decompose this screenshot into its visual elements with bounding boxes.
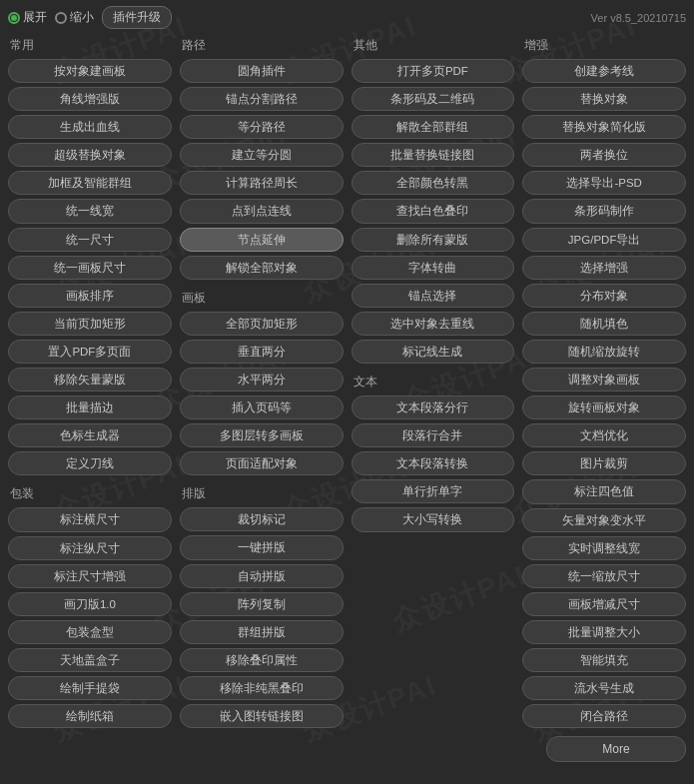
btn-定义刀线[interactable]: 定义刀线: [8, 451, 172, 475]
btn-实时调整线宽[interactable]: 实时调整线宽: [522, 536, 686, 560]
btn-打开多页PDF[interactable]: 打开多页PDF: [351, 59, 515, 83]
btn-JPG/PDF导出[interactable]: JPG/PDF导出: [522, 228, 686, 252]
btn-统一缩放尺寸[interactable]: 统一缩放尺寸: [522, 564, 686, 588]
btn-字体转曲[interactable]: 字体转曲: [351, 256, 515, 280]
btn-垂直两分[interactable]: 垂直两分: [180, 340, 344, 364]
btn-阵列复制[interactable]: 阵列复制: [180, 592, 344, 616]
btn-自动拼版[interactable]: 自动拼版: [180, 564, 344, 588]
btn-文本段落分行[interactable]: 文本段落分行: [351, 395, 515, 419]
btn-创建参考线[interactable]: 创建参考线: [522, 59, 686, 83]
btn-移除矢量蒙版[interactable]: 移除矢量蒙版: [8, 368, 172, 392]
btn-随机填色[interactable]: 随机填色: [522, 312, 686, 336]
btn-智能填充[interactable]: 智能填充: [522, 648, 686, 672]
version-text: Ver v8.5_20210715: [591, 12, 686, 24]
btn-选中对象去重线[interactable]: 选中对象去重线: [351, 312, 515, 336]
btn-流水号生成[interactable]: 流水号生成: [522, 676, 686, 700]
btn-大小写转换[interactable]: 大小写转换: [351, 507, 515, 531]
btn-解散全部群组[interactable]: 解散全部群组: [351, 115, 515, 139]
btn-删除所有蒙版[interactable]: 删除所有蒙版: [351, 228, 515, 252]
btn-条形码及二维码[interactable]: 条形码及二维码: [351, 87, 515, 111]
btn-统一画板尺寸[interactable]: 统一画板尺寸: [8, 256, 172, 280]
common-btn-list: 按对象建画板 角线增强版 生成出血线 超级替换对象 加框及智能群组 统一线宽 统…: [8, 59, 172, 475]
btn-建立等分圆[interactable]: 建立等分圆: [180, 143, 344, 167]
btn-闭合路径[interactable]: 闭合路径: [522, 704, 686, 728]
btn-标注尺寸增强[interactable]: 标注尺寸增强: [8, 564, 172, 588]
btn-统一线宽[interactable]: 统一线宽: [8, 199, 172, 223]
btn-标注纵尺寸[interactable]: 标注纵尺寸: [8, 536, 172, 560]
btn-点到点连线[interactable]: 点到点连线: [180, 199, 344, 223]
btn-选择导出PSD[interactable]: 选择导出-PSD: [522, 171, 686, 195]
btn-水平两分[interactable]: 水平两分: [180, 368, 344, 392]
btn-等分路径[interactable]: 等分路径: [180, 115, 344, 139]
btn-随机缩放旋转[interactable]: 随机缩放旋转: [522, 340, 686, 364]
btn-图片裁剪[interactable]: 图片裁剪: [522, 451, 686, 475]
btn-全部页加矩形[interactable]: 全部页加矩形: [180, 312, 344, 336]
btn-角线增强版[interactable]: 角线增强版: [8, 87, 172, 111]
other-btn-list: 打开多页PDF 条形码及二维码 解散全部群组 批量替换链接图 全部颜色转黑 查找…: [351, 59, 515, 364]
btn-生成出血线[interactable]: 生成出血线: [8, 115, 172, 139]
btn-段落行合并[interactable]: 段落行合并: [351, 423, 515, 447]
btn-替换对象[interactable]: 替换对象: [522, 87, 686, 111]
btn-页面适配对象[interactable]: 页面适配对象: [180, 451, 344, 475]
btn-替换对象简化版[interactable]: 替换对象简化版: [522, 115, 686, 139]
btn-标注横尺寸[interactable]: 标注横尺寸: [8, 507, 172, 531]
btn-文本段落转换[interactable]: 文本段落转换: [351, 451, 515, 475]
btn-画刀版[interactable]: 画刀版1.0: [8, 592, 172, 616]
btn-单行折单字[interactable]: 单行折单字: [351, 479, 515, 503]
btn-一键拼版[interactable]: 一键拼版: [180, 535, 344, 559]
collapse-radio[interactable]: 缩小: [55, 9, 94, 26]
btn-天地盖盒子[interactable]: 天地盖盒子: [8, 648, 172, 672]
btn-绘制纸箱[interactable]: 绘制纸箱: [8, 704, 172, 728]
btn-插入页码等[interactable]: 插入页码等: [180, 395, 344, 419]
btn-群组拼版[interactable]: 群组拼版: [180, 620, 344, 644]
btn-移除非纯黑叠印[interactable]: 移除非纯黑叠印: [180, 676, 344, 700]
btn-矢量对象变水平[interactable]: 矢量对象变水平: [522, 508, 686, 532]
btn-加框及智能群组[interactable]: 加框及智能群组: [8, 171, 172, 195]
btn-当前页加矩形[interactable]: 当前页加矩形: [8, 312, 172, 336]
btn-批量替换链接图[interactable]: 批量替换链接图: [351, 143, 515, 167]
plugin-upgrade-button[interactable]: 插件升级: [102, 6, 172, 29]
btn-包装盒型[interactable]: 包装盒型: [8, 620, 172, 644]
btn-多图层转多画板[interactable]: 多图层转多画板: [180, 423, 344, 447]
btn-圆角插件[interactable]: 圆角插件: [180, 59, 344, 83]
btn-按对象建画板[interactable]: 按对象建画板: [8, 59, 172, 83]
btn-选择增强[interactable]: 选择增强: [522, 256, 686, 280]
more-button[interactable]: More: [546, 736, 686, 762]
btn-旋转画板对象[interactable]: 旋转画板对象: [522, 395, 686, 419]
btn-移除叠印属性[interactable]: 移除叠印属性: [180, 648, 344, 672]
common-section: 常用 按对象建画板 角线增强版 生成出血线 超级替换对象 加框及智能群组 统一线…: [8, 37, 172, 475]
btn-嵌入图转链接图[interactable]: 嵌入图转链接图: [180, 704, 344, 728]
btn-锚点分割路径[interactable]: 锚点分割路径: [180, 87, 344, 111]
btn-节点延伸[interactable]: 节点延伸: [180, 228, 344, 252]
btn-色标生成器[interactable]: 色标生成器: [8, 423, 172, 447]
btn-解锁全部对象[interactable]: 解锁全部对象: [180, 256, 344, 280]
btn-超级替换对象[interactable]: 超级替换对象: [8, 143, 172, 167]
typesetting-title: 排版: [180, 485, 344, 502]
btn-标注四色值[interactable]: 标注四色值: [522, 479, 686, 503]
btn-调整对象画板[interactable]: 调整对象画板: [522, 368, 686, 392]
btn-置入PDF多页面[interactable]: 置入PDF多页面: [8, 340, 172, 364]
canvas-section: 画板 全部页加矩形 垂直两分 水平两分 插入页码等 多图层转多画板 页面适配对象: [180, 290, 344, 476]
btn-标记线生成[interactable]: 标记线生成: [351, 340, 515, 364]
btn-批量描边[interactable]: 批量描边: [8, 395, 172, 419]
typesetting-btn-list: 裁切标记 一键拼版 自动拼版 阵列复制 群组拼版 移除叠印属性 移除非纯黑叠印 …: [180, 507, 344, 728]
btn-画板排序[interactable]: 画板排序: [8, 284, 172, 308]
btn-分布对象[interactable]: 分布对象: [522, 284, 686, 308]
expand-radio[interactable]: 展开: [8, 9, 47, 26]
text-section: 文本 文本段落分行 段落行合并 文本段落转换 单行折单字 大小写转换: [351, 374, 515, 531]
btn-画板增减尺寸[interactable]: 画板增减尺寸: [522, 592, 686, 616]
btn-条形码制作[interactable]: 条形码制作: [522, 199, 686, 223]
btn-批量调整大小[interactable]: 批量调整大小: [522, 620, 686, 644]
canvas-title: 画板: [180, 290, 344, 307]
btn-锚点选择[interactable]: 锚点选择: [351, 284, 515, 308]
btn-两者换位[interactable]: 两者换位: [522, 143, 686, 167]
btn-文档优化[interactable]: 文档优化: [522, 423, 686, 447]
btn-裁切标记[interactable]: 裁切标记: [180, 507, 344, 531]
col4: 增强 创建参考线 替换对象 替换对象简化版 两者换位 选择导出-PSD 条形码制…: [522, 37, 686, 728]
btn-统一尺寸[interactable]: 统一尺寸: [8, 228, 172, 252]
btn-全部颜色转黑[interactable]: 全部颜色转黑: [351, 171, 515, 195]
btn-绘制手提袋[interactable]: 绘制手提袋: [8, 676, 172, 700]
btn-计算路径周长[interactable]: 计算路径周长: [180, 171, 344, 195]
btn-查找白色叠印[interactable]: 查找白色叠印: [351, 199, 515, 223]
col2: 路径 圆角插件 锚点分割路径 等分路径 建立等分圆 计算路径周长 点到点连线 节…: [180, 37, 344, 728]
